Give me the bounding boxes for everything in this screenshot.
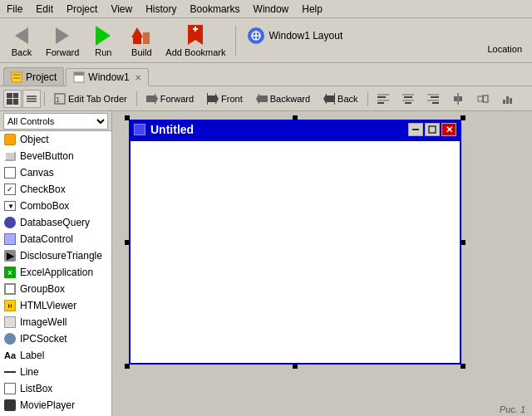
sidebar-item-label[interactable]: Aa Label — [0, 347, 111, 364]
line-icon — [3, 365, 17, 379]
sec-back-button[interactable]: Back — [318, 90, 363, 108]
sidebar-label-label: Label — [20, 350, 44, 361]
sec-back-label: Back — [337, 94, 357, 104]
sidebar-item-datacontrol[interactable]: DataControl — [0, 231, 111, 247]
svg-marker-19 — [146, 93, 158, 105]
menu-window[interactable]: Window — [247, 2, 296, 17]
align-center-button[interactable] — [397, 90, 420, 108]
canvas-icon — [3, 166, 17, 179]
add-bookmark-label: Add Bookmark — [165, 47, 225, 57]
svg-rect-38 — [454, 96, 457, 101]
size-button[interactable] — [471, 90, 495, 108]
svg-rect-39 — [459, 96, 462, 101]
main-toolbar: Back Forward Run Build A — [0, 18, 532, 63]
menu-help[interactable]: Help — [295, 2, 329, 17]
svg-rect-42 — [503, 100, 505, 104]
sec-forward-button[interactable]: Forward — [140, 90, 200, 108]
menu-project[interactable]: Project — [60, 2, 104, 17]
sec-front-button[interactable]: Front — [201, 90, 249, 108]
view-list-icon[interactable] — [22, 90, 41, 108]
edit-tab-order-button[interactable]: 1 Edit Tab Order — [48, 90, 133, 108]
forward-label: Forward — [46, 47, 79, 57]
menu-edit[interactable]: Edit — [29, 2, 60, 17]
svg-rect-43 — [506, 96, 509, 104]
sidebar-item-disclosuretriangle[interactable]: ▶ DisclosureTriangle — [0, 247, 111, 264]
sidebar-item-excelapplication[interactable]: X ExcelApplication — [0, 264, 111, 281]
build-button[interactable]: Build — [123, 21, 160, 61]
sidebar-label-excelapplication: ExcelApplication — [20, 267, 93, 278]
sidebar-item-object[interactable]: Object — [0, 131, 111, 148]
movieplayer-icon — [3, 399, 17, 412]
design-window-body[interactable] — [129, 139, 461, 365]
sidebar-item-bevelbutton[interactable]: BevelButton — [0, 148, 111, 164]
sec-sep-2 — [136, 91, 137, 106]
sidebar-item-movieplayer[interactable]: MoviePlayer — [0, 397, 111, 414]
tab-window1[interactable]: Window1 ✕ — [66, 68, 148, 86]
sidebar-item-combobox[interactable]: ▼ ComboBox — [0, 198, 111, 214]
design-window[interactable]: Untitled ✕ — [129, 120, 461, 365]
sidebar-label-object: Object — [20, 134, 49, 145]
datacontrol-icon — [3, 232, 17, 246]
run-button[interactable]: Run — [85, 21, 121, 61]
align-left-button[interactable] — [372, 90, 395, 108]
menu-view[interactable]: View — [104, 2, 139, 17]
sidebar: All Controls Object BevelButton Canvas ✓ — [0, 111, 112, 416]
svg-rect-13 — [74, 72, 84, 76]
view-grid-icon[interactable] — [3, 90, 22, 108]
sec-back-icon — [323, 93, 335, 105]
canvas-area[interactable]: Untitled ✕ Рис. 1 — [112, 111, 532, 416]
forward-button[interactable]: Forward — [42, 21, 83, 61]
sidebar-item-listbox[interactable]: ListBox — [0, 380, 111, 397]
svg-marker-1 — [131, 27, 143, 37]
bar-chart-button[interactable] — [496, 90, 520, 108]
sidebar-item-canvas[interactable]: Canvas — [0, 164, 111, 181]
sidebar-label-combobox: ComboBox — [20, 200, 69, 212]
sec-backward-button[interactable]: Backward — [250, 90, 316, 108]
menu-history[interactable]: History — [139, 2, 183, 17]
sidebar-label-imagewell: ImageWell — [20, 316, 66, 328]
sidebar-item-databasequery[interactable]: DatabaseQuery — [0, 214, 111, 231]
tab-project[interactable]: Project — [3, 67, 64, 86]
minimize-button[interactable] — [408, 123, 423, 136]
tab-project-label: Project — [26, 71, 57, 83]
sec-sep-3 — [367, 91, 368, 106]
sidebar-label-line: Line — [20, 366, 39, 378]
sidebar-label-htmlviewer: HTMLViewer — [20, 300, 76, 311]
sidebar-item-ipcsocket[interactable]: IPCSocket — [0, 330, 111, 347]
sidebar-item-line[interactable]: Line — [0, 364, 111, 380]
location-label: Location — [487, 44, 522, 54]
sidebar-item-imagewell[interactable]: ImageWell — [0, 314, 111, 330]
status-bar: Рис. 1 — [493, 403, 532, 416]
secondary-toolbar: 1 Edit Tab Order Forward Front Backward … — [0, 86, 532, 111]
bookmark-icon — [184, 24, 207, 47]
controls-dropdown[interactable]: All Controls — [3, 113, 108, 130]
align-right-button[interactable] — [421, 90, 445, 108]
sidebar-item-htmlviewer[interactable]: H HTMLViewer — [0, 297, 111, 314]
close-button[interactable]: ✕ — [441, 123, 456, 136]
distribute-button[interactable] — [446, 90, 470, 108]
sec-sep-1 — [44, 91, 45, 106]
tab-window1-label: Window1 — [88, 71, 129, 83]
sidebar-item-checkbox[interactable]: ✓ CheckBox — [0, 181, 111, 198]
toolbar-separator — [235, 26, 236, 56]
bar-chart-icon — [502, 93, 514, 105]
design-window-titlebar[interactable]: Untitled ✕ — [129, 120, 461, 139]
tab-window1-close[interactable]: ✕ — [135, 73, 141, 82]
sidebar-label-ipcsocket: IPCSocket — [20, 333, 67, 345]
main-area: All Controls Object BevelButton Canvas ✓ — [0, 111, 532, 416]
svg-marker-23 — [323, 93, 335, 105]
menu-bookmarks[interactable]: Bookmarks — [184, 2, 247, 17]
svg-rect-11 — [13, 77, 20, 79]
svg-rect-10 — [13, 74, 20, 76]
add-bookmark-button[interactable]: Add Bookmark — [161, 21, 229, 61]
sidebar-list: Object BevelButton Canvas ✓ CheckBox ▼ C… — [0, 131, 111, 416]
list-icon — [27, 94, 37, 104]
sidebar-item-groupbox[interactable]: GroupBox — [0, 281, 111, 297]
menu-file[interactable]: File — [0, 2, 29, 17]
sidebar-label-disclosuretriangle: DisclosureTriangle — [20, 250, 102, 262]
back-button[interactable]: Back — [3, 21, 40, 61]
sidebar-label-groupbox: GroupBox — [20, 283, 65, 295]
maximize-button[interactable] — [425, 123, 440, 136]
sidebar-label-movieplayer: MoviePlayer — [20, 399, 75, 411]
svg-marker-22 — [256, 93, 268, 105]
